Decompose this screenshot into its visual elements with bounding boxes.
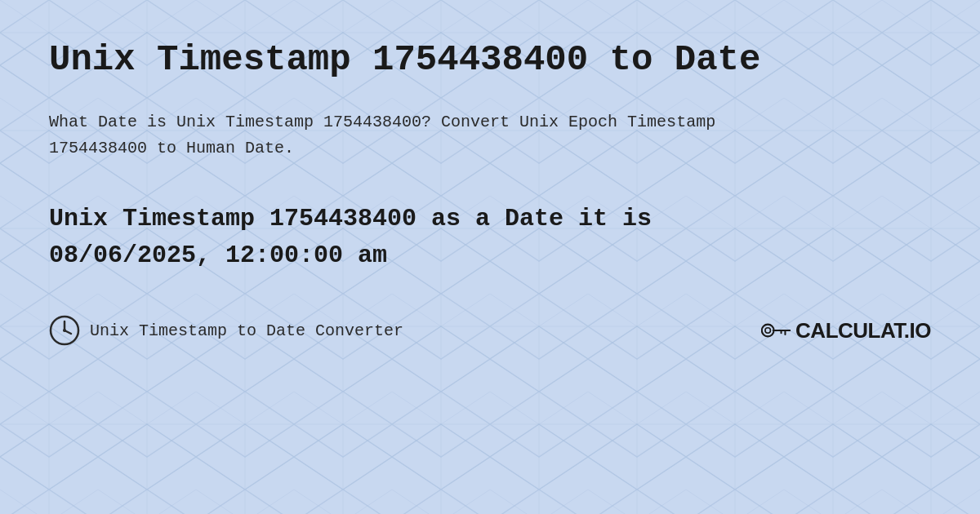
main-content: Unix Timestamp 1754438400 to Date What D…: [0, 0, 980, 370]
footer-link-text[interactable]: Unix Timestamp to Date Converter: [90, 321, 403, 340]
logo-text: CALCULAT.IO: [795, 318, 931, 343]
footer-left: Unix Timestamp to Date Converter: [49, 315, 403, 346]
calculat-io-logo[interactable]: CALCULAT.IO: [761, 318, 931, 343]
svg-point-16: [762, 325, 774, 337]
result-line1: Unix Timestamp 1754438400 as a Date it i…: [49, 201, 931, 237]
logo-icon: [761, 319, 791, 342]
result-line2: 08/06/2025, 12:00:00 am: [49, 237, 931, 274]
footer: Unix Timestamp to Date Converter CALCULA…: [49, 315, 931, 346]
svg-point-17: [765, 328, 771, 334]
svg-point-15: [63, 329, 66, 332]
description-text: What Date is Unix Timestamp 1754438400? …: [49, 109, 784, 162]
clock-icon: [49, 315, 80, 346]
result-block: Unix Timestamp 1754438400 as a Date it i…: [49, 201, 931, 274]
page-title: Unix Timestamp 1754438400 to Date: [49, 39, 931, 80]
